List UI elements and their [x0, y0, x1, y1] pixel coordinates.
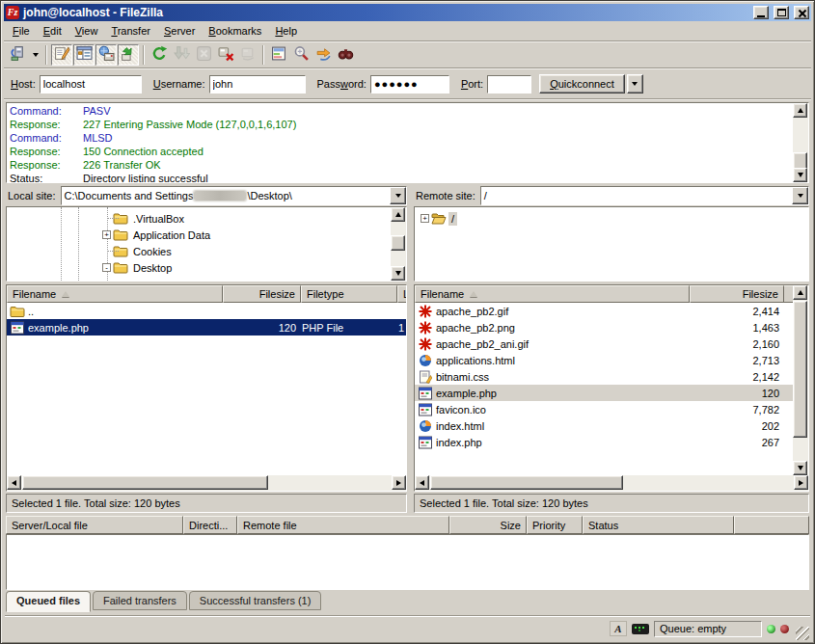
menu-file[interactable]: File — [6, 22, 37, 40]
file-row[interactable]: apache_pb2.gif2,414 — [415, 303, 808, 319]
window-title: john@localhost - FileZilla — [22, 6, 748, 19]
file-row[interactable]: applications.html2,713 — [415, 352, 808, 368]
refresh-file-lists[interactable] — [149, 44, 170, 66]
file-value: 120 — [279, 322, 296, 334]
local-path-dropdown[interactable] — [390, 187, 406, 204]
collapse-icon[interactable]: - — [102, 263, 111, 272]
queue-column-size[interactable]: Size — [449, 516, 527, 534]
open-site-manager[interactable] — [7, 44, 28, 66]
username-input[interactable] — [209, 75, 306, 94]
remote-path-dropdown[interactable] — [792, 187, 808, 204]
file-row[interactable]: index.php267 — [415, 434, 808, 450]
tab-successful-transfers-[interactable]: Successful transfers (1) — [189, 591, 322, 610]
file-row[interactable]: apache_pb2_ani.gif2,160 — [415, 335, 808, 352]
minimize-button[interactable] — [753, 6, 769, 19]
local-path-combobox[interactable]: C:\Documents and Settings\Desktop\ — [61, 186, 407, 205]
close-button[interactable] — [794, 6, 809, 19]
horizontal-scrollbar[interactable] — [7, 475, 406, 491]
tree-item[interactable]: .VirtualBox — [7, 210, 406, 227]
tab-queued-files[interactable]: Queued files — [6, 591, 91, 612]
disconnect-server[interactable] — [215, 44, 236, 66]
column-header-filesize[interactable]: Filesize — [690, 285, 784, 303]
maximize-button[interactable] — [774, 6, 789, 19]
resize-grip[interactable] — [796, 627, 809, 640]
queue-column-serverlocalfile[interactable]: Server/Local file — [6, 516, 183, 534]
password-label: Password: — [317, 78, 367, 90]
queue-column-status[interactable]: Status — [583, 516, 734, 534]
scrollbar-thumb[interactable] — [793, 301, 807, 438]
column-header-filename[interactable]: Filename — [415, 285, 690, 303]
column-header-filename[interactable]: Filename — [7, 285, 223, 303]
site-manager-dropdown[interactable] — [29, 44, 41, 66]
toggle-message-log[interactable] — [51, 44, 72, 66]
scroll-up-button[interactable] — [793, 103, 807, 118]
horizontal-scrollbar[interactable] — [415, 475, 808, 491]
scrollbar-thumb[interactable] — [430, 475, 623, 490]
file-cell: 120 — [223, 319, 301, 335]
scrollbar-thumb[interactable] — [391, 235, 405, 251]
scroll-down-button[interactable] — [391, 266, 405, 281]
scroll-up-button[interactable] — [391, 207, 405, 222]
arrow-down-icon — [798, 466, 803, 470]
remote-list-scrollbar[interactable] — [793, 285, 808, 475]
column-header-label: Size — [501, 520, 521, 531]
file-row[interactable]: index.html202 — [415, 417, 808, 434]
expand-icon[interactable]: + — [421, 214, 429, 223]
log-entry: Response:227 Entering Passive Mode (127,… — [10, 118, 789, 131]
menu-help[interactable]: Help — [268, 22, 304, 40]
scroll-right-button[interactable] — [392, 475, 406, 490]
scroll-down-button[interactable] — [793, 168, 807, 182]
remote-path-combobox[interactable]: / — [480, 186, 809, 205]
column-header-filesize[interactable]: Filesize — [223, 285, 301, 303]
quickconnect-button[interactable]: Quickconnect — [539, 74, 625, 94]
queue-column-remotefile[interactable]: Remote file — [237, 516, 449, 534]
queue-column-directi[interactable]: Directi... — [183, 516, 237, 534]
expand-icon[interactable]: + — [102, 230, 111, 239]
status-bar: A Queue: empty — [5, 616, 810, 640]
menu-edit[interactable]: Edit — [37, 22, 68, 40]
file-row[interactable]: example.php120PHP File1 — [7, 319, 406, 335]
scroll-up-button[interactable] — [793, 285, 807, 300]
scroll-left-button[interactable] — [7, 475, 21, 490]
quickconnect-dropdown[interactable] — [627, 74, 643, 94]
file-row[interactable]: example.php120 — [415, 385, 808, 401]
tree-item[interactable]: Cookies — [7, 243, 406, 259]
synchronized-browsing[interactable] — [312, 44, 334, 66]
toggle-remote-tree[interactable] — [95, 44, 117, 66]
port-label: Port: — [461, 78, 483, 90]
file-row[interactable]: apache_pb2.png1,463 — [415, 319, 808, 335]
scroll-left-button[interactable] — [415, 475, 429, 490]
port-input[interactable] — [487, 75, 531, 94]
scroll-down-button[interactable] — [793, 461, 807, 475]
transfer-queue-icon — [121, 45, 137, 66]
queue-column-priority[interactable]: Priority — [527, 516, 583, 534]
search-files[interactable] — [335, 44, 356, 66]
scrollbar-thumb[interactable] — [22, 475, 268, 490]
menu-server[interactable]: Server — [157, 22, 202, 40]
log-scrollbar[interactable] — [793, 103, 808, 182]
password-input[interactable] — [370, 75, 449, 94]
toggle-local-tree[interactable] — [73, 44, 95, 66]
tree-item[interactable]: +/ — [415, 210, 808, 227]
directory-listing-filters[interactable] — [268, 44, 289, 66]
local-tree-scrollbar[interactable] — [391, 207, 406, 281]
file-row[interactable]: bitnami.css2,142 — [415, 368, 808, 385]
tab-failed-transfers[interactable]: Failed transfers — [93, 591, 187, 610]
column-header-l[interactable]: L — [397, 285, 407, 303]
menu-view[interactable]: View — [68, 22, 105, 40]
column-header-filetype[interactable]: Filetype — [301, 285, 397, 303]
transfer-type-icon: A — [610, 621, 627, 636]
file-row[interactable]: favicon.ico7,782 — [415, 401, 808, 417]
tree-item[interactable]: -Desktop — [7, 259, 406, 276]
tree-item[interactable]: +Application Data — [7, 227, 406, 243]
file-row[interactable]: .. — [7, 303, 406, 319]
toggle-transfer-queue[interactable] — [118, 44, 139, 66]
menu-transfer[interactable]: Transfer — [104, 22, 157, 40]
scroll-right-button[interactable] — [794, 475, 808, 490]
menu-bookmarks[interactable]: Bookmarks — [202, 22, 268, 40]
directory-comparison[interactable] — [290, 44, 312, 66]
pane-splitter[interactable] — [407, 185, 414, 513]
host-input[interactable] — [40, 75, 142, 94]
folder-icon — [113, 261, 128, 274]
log-entry-label: Response: — [10, 145, 83, 158]
